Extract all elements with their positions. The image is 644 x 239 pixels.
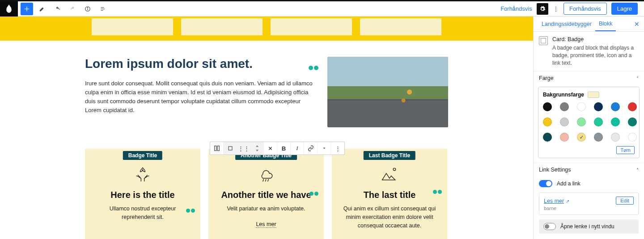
section-color-label: Farge: [539, 75, 554, 81]
intro-text: Lorem ipsum dolor sit amet. Irure sunt d…: [85, 57, 314, 127]
italic-icon[interactable]: I: [291, 142, 304, 155]
intro-image[interactable]: [327, 57, 448, 127]
bgcolor-label: Bakgrunnsfarge: [543, 92, 584, 98]
svg-rect-5: [101, 10, 103, 11]
color-swatch[interactable]: [560, 102, 569, 111]
intro-heading[interactable]: Lorem ipsum dolor sit amet.: [85, 57, 314, 71]
color-swatch[interactable]: [594, 117, 603, 126]
more-options-icon[interactable]: ⋮: [553, 5, 559, 13]
block-toolbar: ⋮⋮ ✕ B I ⋮: [210, 142, 345, 155]
card-readmore[interactable]: Les mer: [256, 221, 276, 228]
grammarly-dots-icon: [186, 209, 195, 213]
color-swatch[interactable]: [628, 133, 637, 142]
block-more-icon[interactable]: ⋮: [331, 142, 344, 155]
block-header: Card: Badge A badge card block that disp…: [534, 32, 644, 71]
badge-card[interactable]: Last Badge Title The last title Qui anim…: [332, 149, 447, 239]
section-link[interactable]: Link Settings ˄: [534, 163, 644, 176]
card-body[interactable]: Qui anim ex cillum sint consequat qui mi…: [340, 205, 439, 230]
card-body[interactable]: Ullamco nostrud excepteur reprehenderit …: [93, 205, 192, 222]
toolbar-right: Forhåndsvis ⋮ Forhåndsvis Lagre: [500, 3, 644, 15]
svg-line-11: [268, 179, 269, 181]
link-icon[interactable]: [304, 142, 318, 155]
svg-rect-3: [101, 7, 104, 8]
settings-gear-icon[interactable]: [537, 3, 548, 15]
svg-point-2: [87, 7, 88, 8]
move-updown-icon[interactable]: [250, 142, 264, 155]
hands-plant-icon: [93, 165, 192, 184]
close-icon[interactable]: ✕: [264, 142, 277, 155]
link-settings: Add a link Les mer↗ barne Edit Åpne lenk…: [534, 176, 644, 239]
color-swatch[interactable]: [577, 102, 586, 111]
edit-link-button[interactable]: Edit: [616, 197, 634, 205]
color-swatch[interactable]: [594, 102, 603, 111]
card-badge[interactable]: Last Badge Title: [364, 151, 415, 160]
color-swatch[interactable]: [543, 133, 552, 142]
badge-card[interactable]: Badge Title Here is the title Ullamco no…: [85, 149, 200, 239]
svg-rect-8: [229, 147, 232, 150]
tab-builder[interactable]: Landingssidebygger: [538, 17, 595, 31]
select-parent-icon[interactable]: [224, 142, 237, 155]
color-swatch[interactable]: [611, 102, 620, 111]
outline-icon[interactable]: [97, 3, 109, 15]
brand-drupal-icon[interactable]: [0, 1, 18, 17]
workspace: Lorem ipsum dolor sit amet. Irure sunt d…: [0, 17, 644, 239]
tab-block[interactable]: Blokk: [595, 17, 616, 31]
placeholder-card: [360, 18, 441, 35]
clear-color-button[interactable]: Tøm: [616, 146, 635, 154]
add-link-toggle[interactable]: [539, 180, 552, 187]
color-swatch[interactable]: [628, 117, 637, 126]
color-panel: Bakgrunnsfarge Tøm: [538, 87, 640, 158]
add-block-button[interactable]: [21, 3, 33, 15]
placeholder-card: [271, 18, 352, 35]
color-swatch[interactable]: [611, 117, 620, 126]
info-icon[interactable]: [81, 3, 94, 15]
color-swatch[interactable]: [628, 102, 637, 111]
bold-icon[interactable]: B: [277, 142, 291, 155]
color-swatch[interactable]: [594, 133, 603, 142]
color-swatch[interactable]: [560, 117, 569, 126]
redo-icon[interactable]: [66, 3, 79, 15]
intro-body[interactable]: Irure sunt dolor consequat. Mollit conse…: [85, 79, 314, 115]
topbar: Forhåndsvis ⋮ Forhåndsvis Lagre: [0, 1, 644, 17]
color-swatch[interactable]: [543, 102, 552, 111]
open-new-window-row: Åpne lenke i nytt vindu: [539, 219, 639, 234]
svg-rect-6: [214, 146, 216, 151]
inspector-close-icon[interactable]: ✕: [634, 21, 640, 28]
edit-icon[interactable]: [36, 3, 48, 15]
save-button[interactable]: Lagre: [611, 3, 638, 15]
chevron-down-icon[interactable]: [318, 142, 331, 155]
section-color[interactable]: Farge ˄: [534, 71, 644, 85]
drag-handle-icon[interactable]: ⋮⋮: [237, 142, 250, 155]
external-link-icon: ↗: [566, 199, 569, 204]
color-swatch[interactable]: [543, 117, 552, 126]
chevron-up-icon: ˄: [636, 76, 639, 81]
block-type-icon[interactable]: [210, 142, 224, 155]
svg-rect-4: [101, 8, 105, 9]
card-title[interactable]: Here is the title: [93, 190, 192, 200]
preview-link[interactable]: Forhåndsvis: [500, 5, 532, 12]
preview-button[interactable]: Forhåndsvis: [564, 3, 607, 15]
placeholder-card: [181, 18, 263, 35]
color-swatch[interactable]: [611, 133, 620, 142]
card-title[interactable]: The last title: [340, 190, 439, 200]
card-badge[interactable]: Badge Title: [123, 151, 162, 160]
undo-icon[interactable]: [51, 3, 64, 15]
grammarly-dots-icon: [309, 66, 318, 70]
block-type-icon: [539, 36, 548, 45]
current-color-chip: [588, 92, 599, 98]
open-new-window-toggle[interactable]: [543, 223, 556, 230]
placeholder-card: [92, 18, 173, 35]
block-desc: A badge card block that displays a badge…: [552, 44, 639, 67]
color-swatch[interactable]: [577, 133, 586, 142]
grammarly-dots-icon: [309, 192, 318, 196]
card-body[interactable]: Velit pariatur ea anim voluptate.: [216, 205, 316, 213]
svg-point-12: [393, 168, 395, 170]
card-title[interactable]: Another title we have: [216, 190, 316, 200]
color-swatch[interactable]: [577, 117, 586, 126]
hero-band: [0, 17, 533, 41]
badge-card[interactable]: Another Badge Title Another title we hav…: [208, 149, 324, 239]
block-name: Card: Badge: [552, 36, 639, 42]
link-url-text[interactable]: Les mer: [544, 198, 564, 204]
rain-cloud-icon: [216, 165, 316, 184]
color-swatch[interactable]: [560, 133, 569, 142]
